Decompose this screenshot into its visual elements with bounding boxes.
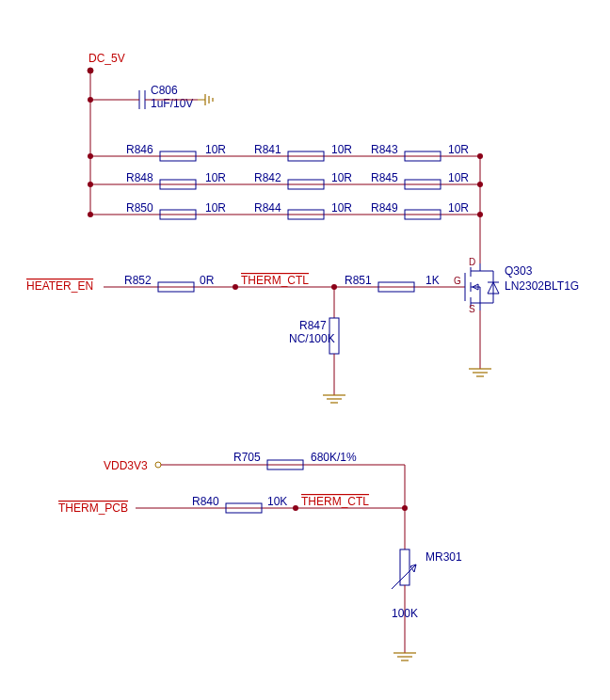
svg-rect-31	[400, 549, 409, 585]
r846-ref: R846	[126, 143, 153, 156]
mosfet-q303	[452, 263, 499, 310]
r846-val: 10R	[205, 143, 226, 156]
r841-val: 10R	[331, 143, 352, 156]
r705-ref: R705	[233, 451, 261, 464]
power-vdd3v3-label: VDD3V3	[104, 459, 148, 472]
r842-val: 10R	[331, 171, 352, 184]
r849-ref: R849	[371, 201, 398, 215]
r843-ref: R843	[371, 143, 398, 156]
power-dc5v-label: DC_5V	[88, 52, 125, 65]
r845-val: 10R	[448, 171, 469, 184]
dc5v-terminal	[88, 68, 93, 73]
gnd-mr301	[393, 653, 416, 660]
q303-ref: Q303	[505, 264, 533, 278]
r844-ref: R844	[254, 201, 281, 215]
r848-val: 10R	[205, 171, 226, 184]
r851-ref: R851	[345, 274, 372, 287]
r843-val: 10R	[448, 143, 469, 156]
r844-val: 10R	[331, 201, 352, 215]
q303-pin-d: D	[469, 257, 475, 267]
c806-val: 1uF/10V	[151, 97, 193, 110]
junction-therm-ctl-lower	[293, 505, 298, 511]
gnd-mosfet	[469, 369, 491, 376]
r705-val: 680K/1%	[311, 451, 357, 464]
q303-pin-s: S	[469, 304, 475, 314]
r852-val: 0R	[200, 274, 215, 287]
r849-val: 10R	[448, 201, 469, 215]
r848-ref: R848	[126, 171, 153, 184]
r840-ref: R840	[192, 495, 219, 508]
r842-ref: R842	[254, 171, 281, 184]
net-therm-ctl-upper: THERM_CTL	[241, 274, 309, 287]
thermistor-mr301	[392, 549, 416, 589]
net-therm-ctl-lower: THERM_CTL	[301, 495, 369, 508]
r850-val: 10R	[205, 201, 226, 215]
wire-dc5v-vert	[90, 73, 126, 215]
junction-therm-ctl	[233, 284, 238, 290]
r841-ref: R841	[254, 143, 281, 156]
gnd-r847	[323, 395, 345, 403]
net-heater-en: HEATER_EN	[26, 279, 93, 293]
r840-val: 10K	[267, 495, 287, 508]
q303-pin-g: G	[454, 276, 461, 286]
mr301-val: 100K	[392, 607, 418, 620]
mr301-ref: MR301	[425, 550, 462, 564]
r850-ref: R850	[126, 201, 153, 215]
r847-ref: R847	[299, 319, 327, 332]
r845-ref: R845	[371, 171, 398, 184]
schematic-canvas: DC_5V C806 1uF/10V R846 10R R841 10R	[0, 0, 610, 700]
r852-ref: R852	[124, 274, 152, 287]
vdd3v3-terminal	[155, 462, 161, 468]
q303-val: LN2302BLT1G	[505, 279, 579, 293]
c806-ref: C806	[151, 84, 178, 97]
r847-val: NC/100K	[289, 332, 335, 345]
net-therm-pcb: THERM_PCB	[58, 501, 128, 515]
junction-dc5v-cap	[88, 97, 93, 103]
r851-val: 1K	[425, 274, 440, 287]
